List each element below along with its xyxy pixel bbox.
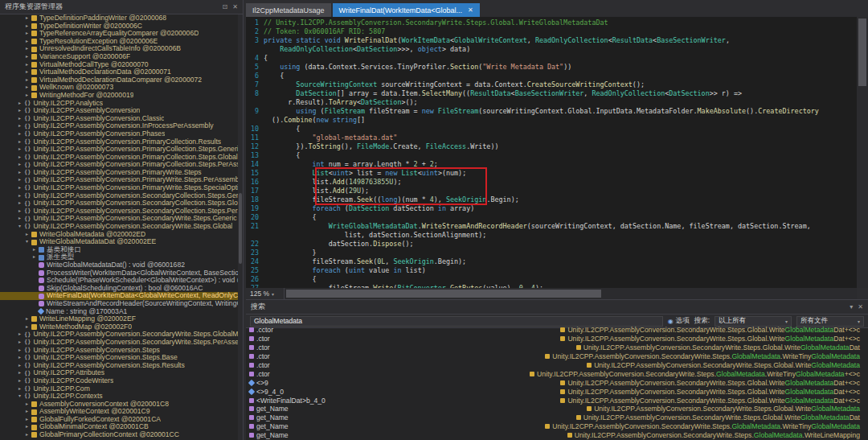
tree-item[interactable]: ▸{}Unity.IL2CPP.AssemblyConversion.Secon… xyxy=(0,331,238,339)
tree-item[interactable]: ▸{}Unity.IL2CPP.Attributes xyxy=(0,369,238,377)
tree-item[interactable]: ▸WellKnown @02000073 xyxy=(0,84,238,92)
tree-item[interactable]: ▸{}Unity.IL2CPP.AssemblyConversion.InPro… xyxy=(0,122,238,130)
chevron-collapsed-icon[interactable]: ▸ xyxy=(16,354,23,362)
search-result-row[interactable]: .ctorUnity.IL2CPP.AssemblyConversion.Sec… xyxy=(246,352,863,361)
chevron-collapsed-icon[interactable]: ▸ xyxy=(16,347,23,355)
tree-item[interactable]: ▸GlobalMinimalContext @020001CB xyxy=(0,423,238,431)
search-result-row[interactable]: get_NameUnity.IL2CPP.AssemblyConversion.… xyxy=(246,405,863,413)
chevron-collapsed-icon[interactable]: ▸ xyxy=(16,339,23,347)
tree-item[interactable]: ▸基类和接口 xyxy=(0,246,238,254)
tree-item[interactable]: ▾WriteGlobalMetadataDat @020002EE xyxy=(0,238,238,246)
tree-item[interactable]: ▸WriteGlobalMetadata @020002ED xyxy=(0,231,238,239)
explorer-scrollbar[interactable] xyxy=(238,14,243,440)
chevron-collapsed-icon[interactable]: ▸ xyxy=(23,68,31,76)
tree-item[interactable]: ▸WriteLineMapping @020002EF xyxy=(0,315,238,323)
chevron-down-icon[interactable]: ▾ xyxy=(850,303,853,310)
chevron-collapsed-icon[interactable]: ▸ xyxy=(16,138,23,146)
tree-item[interactable]: ▸AssemblyWriteContext @020001C9 xyxy=(0,408,238,416)
tree-item[interactable]: ▸WriteMethodMap @020002F0 xyxy=(0,323,238,331)
chevron-collapsed-icon[interactable]: ▸ xyxy=(16,146,23,154)
scrollbar-thumb[interactable] xyxy=(286,290,601,298)
options-button[interactable]: ◉ 选项 xyxy=(668,316,690,326)
search-result-row[interactable]: .ctorUnity.IL2CPP.AssemblyConversion.Sec… xyxy=(246,343,863,352)
tree-item[interactable]: ▸{}Unity.IL2CPP.CodeWriters xyxy=(0,377,238,385)
chevron-collapsed-icon[interactable]: ▸ xyxy=(16,331,23,339)
chevron-collapsed-icon[interactable]: ▸ xyxy=(23,323,31,331)
tree-item[interactable]: ▸{}Unity.IL2CPP.AssemblyConversion.Class… xyxy=(0,115,238,123)
tree-item[interactable]: ▸{}Unity.IL2CPP.AssemblyConversion.Secon… xyxy=(0,199,238,208)
chevron-collapsed-icon[interactable]: ▸ xyxy=(31,246,38,254)
chevron-collapsed-icon[interactable]: ▸ xyxy=(31,253,38,261)
chevron-collapsed-icon[interactable]: ▸ xyxy=(23,416,31,424)
chevron-collapsed-icon[interactable]: ▸ xyxy=(16,107,23,115)
chevron-collapsed-icon[interactable]: ▸ xyxy=(16,362,23,370)
chevron-collapsed-icon[interactable]: ▸ xyxy=(16,176,23,184)
tree-item[interactable]: ▸{}Unity.IL2CPP.AssemblyConversion.Steps… xyxy=(0,354,238,362)
chevron-collapsed-icon[interactable]: ▸ xyxy=(16,192,23,200)
tree-item[interactable]: Schedule(IPhaseWorkScheduler<GlobalWrite… xyxy=(0,277,238,285)
chevron-collapsed-icon[interactable]: ▸ xyxy=(16,154,23,162)
tree-item[interactable]: Skip(GlobalSchedulingContext) : bool @06… xyxy=(0,285,238,293)
search-result-row[interactable]: <WriteFinalDat>b_4_0Unity.IL2CPP.Assembl… xyxy=(246,396,863,405)
search-result-row[interactable]: .cctorUnity.IL2CPP.AssemblyConversion.Se… xyxy=(246,326,863,335)
tree-item[interactable]: ▸AssemblyConversionContext @020001C8 xyxy=(0,401,238,409)
tree-item[interactable]: ▸VirtualMethodCallType @02000070 xyxy=(0,61,238,69)
pin-icon[interactable]: ⊡ xyxy=(223,3,228,10)
chevron-collapsed-icon[interactable]: ▸ xyxy=(16,169,23,177)
tree-item[interactable]: ▸VirtualMethodDeclarationData @02000071 xyxy=(0,68,238,76)
scrollbar-thumb[interactable] xyxy=(858,19,866,86)
search-result-row[interactable]: get_NameUnity.IL2CPP.AssemblyConversion.… xyxy=(246,431,863,440)
tree-item[interactable]: ▸{}Unity.IL2CPP.AssemblyConversion xyxy=(0,107,238,115)
chevron-collapsed-icon[interactable]: ▸ xyxy=(16,115,23,123)
chevron-collapsed-icon[interactable]: ▸ xyxy=(16,161,23,169)
tree-item[interactable]: ▸GlobalPrimaryCollectionContext @020001C… xyxy=(0,431,238,439)
chevron-collapsed-icon[interactable]: ▸ xyxy=(23,84,31,92)
tree-item[interactable]: ▸GlobalFullyForkedContext @020001CA xyxy=(0,416,238,424)
chevron-collapsed-icon[interactable]: ▸ xyxy=(23,53,31,61)
chevron-collapsed-icon[interactable]: ▸ xyxy=(23,408,31,416)
tree-item[interactable]: WriteStreamAndRecordHeader(SourceWriting… xyxy=(0,300,238,308)
chevron-collapsed-icon[interactable]: ▸ xyxy=(23,76,31,84)
chevron-collapsed-icon[interactable]: ▸ xyxy=(23,315,31,323)
search-result-row[interactable]: get_NameUnity.IL2CPP.AssemblyConversion.… xyxy=(246,422,863,431)
chevron-collapsed-icon[interactable]: ▸ xyxy=(23,38,31,46)
tree-item[interactable]: ▸{}Unity.IL2CPP.AssemblyConversion.Prima… xyxy=(0,154,238,162)
tree-item[interactable]: ▸{}Unity.IL2CPP.AssemblyConversion.Secon… xyxy=(0,339,238,347)
tree-item[interactable]: ▸{}Unity.IL2CPP.AssemblyConversion.Phase… xyxy=(0,130,238,138)
tree-item[interactable]: ▸{}Unity.IL2CPP.AssemblyConversion.Prima… xyxy=(0,169,238,177)
tab[interactable]: Il2CppMetadataUsage xyxy=(246,3,331,17)
chevron-collapsed-icon[interactable]: ▸ xyxy=(23,45,31,53)
chevron-collapsed-icon[interactable]: ▸ xyxy=(16,184,23,192)
chevron-collapsed-icon[interactable]: ▸ xyxy=(16,369,23,377)
chevron-expanded-icon[interactable]: ▾ xyxy=(16,393,23,401)
tree-item[interactable]: ▸{}Unity.IL2CPP.AssemblyConversion.Steps… xyxy=(0,362,238,370)
search-scope-dropdown[interactable]: 以上所有 ▾ xyxy=(714,316,792,327)
search-result-row[interactable]: .ctorUnity.IL2CPP.AssemblyConversion.Sec… xyxy=(246,369,863,378)
zoom-control[interactable]: 125 % ▾ xyxy=(246,288,285,299)
tab-active[interactable]: WriteFinalDat(WorkItemData<Global...✕ xyxy=(333,3,480,17)
tree-item[interactable]: ▸{}Unity.IL2CPP.AssemblyConversion.Secon… xyxy=(0,192,238,200)
chevron-collapsed-icon[interactable]: ▸ xyxy=(16,100,23,108)
tree-item[interactable]: ▸派生类型 xyxy=(0,253,238,261)
tree-item[interactable]: ▸TypeDefinitionWriter @0200006C xyxy=(0,23,238,31)
code-editor[interactable]: 1// Unity.IL2CPP.AssemblyConversion.Seco… xyxy=(246,17,857,288)
tree-item[interactable]: ▸TypeResolutionException @0200006E xyxy=(0,38,238,46)
search-result-row[interactable]: <>9_4_0Unity.IL2CPP.AssemblyConversion.S… xyxy=(246,387,863,396)
tree-item[interactable]: ▸{}Unity.IL2CPP.Analytics xyxy=(0,100,238,108)
tree-item[interactable]: ▸{}Unity.IL2CPP.AssemblyConversion.Prima… xyxy=(0,138,238,146)
chevron-collapsed-icon[interactable]: ▸ xyxy=(23,23,31,31)
file-filter-dropdown[interactable]: 所有文件 ▾ xyxy=(796,316,864,327)
chevron-collapsed-icon[interactable]: ▸ xyxy=(23,231,31,239)
chevron-collapsed-icon[interactable]: ▸ xyxy=(23,30,31,38)
tree-item[interactable]: ▸{}Unity.IL2CPP.AssemblyConversion.Prima… xyxy=(0,176,238,184)
chevron-expanded-icon[interactable]: ▾ xyxy=(16,223,23,231)
tree-item[interactable]: ▸VarianceSupport @0200006F xyxy=(0,53,238,61)
search-result-row[interactable]: get_NameUnity.IL2CPP.AssemblyConversion.… xyxy=(246,413,863,422)
chevron-collapsed-icon[interactable]: ▸ xyxy=(16,122,23,130)
tree-item[interactable]: WriteFinalDat(WorkItemData<GlobalWriteCo… xyxy=(0,292,238,300)
chevron-collapsed-icon[interactable]: ▸ xyxy=(16,130,23,138)
tree-item[interactable]: ▸TypeDefinitionPaddingWriter @02000068 xyxy=(0,14,238,23)
chevron-collapsed-icon[interactable]: ▸ xyxy=(23,423,31,431)
close-icon[interactable]: ✕ xyxy=(232,3,238,10)
chevron-collapsed-icon[interactable]: ▸ xyxy=(23,61,31,69)
